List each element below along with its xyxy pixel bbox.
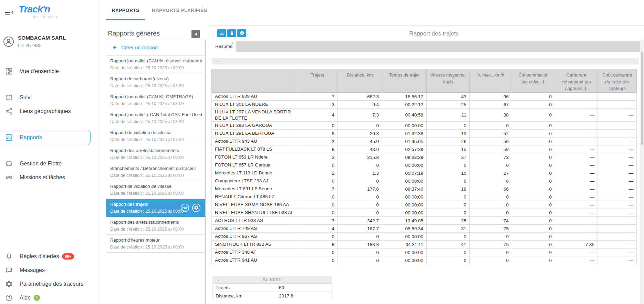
sidebar-item-label: Missions et tâches bbox=[20, 174, 65, 181]
tab-rapports[interactable]: RAPPORTS bbox=[106, 8, 145, 13]
sidebar-item-label: Suivi bbox=[20, 94, 32, 101]
column-header bbox=[212, 69, 297, 93]
sidebar-item-help[interactable]: Aide 1 bbox=[0, 291, 98, 304]
value-cell: 0 bbox=[512, 201, 555, 209]
sidebar-item-label: Aide bbox=[20, 295, 31, 301]
close-tab-icon[interactable]: × bbox=[231, 42, 233, 45]
value-cell: — bbox=[598, 130, 637, 138]
value-cell: 0 bbox=[427, 122, 470, 130]
value-cell: 0 bbox=[297, 201, 338, 209]
report-item-title: Rapport de carburant(niveau) bbox=[110, 76, 202, 81]
value-cell: 00:00:00 bbox=[382, 209, 427, 217]
create-report-button[interactable]: Créer un rapport bbox=[106, 40, 205, 55]
value-cell: 00:00:00 bbox=[382, 161, 427, 169]
scrollbar-thumb[interactable] bbox=[641, 52, 643, 145]
value-cell: 25 bbox=[427, 101, 470, 109]
value-cell: — bbox=[598, 201, 637, 209]
download-button[interactable] bbox=[217, 29, 226, 37]
report-list-item[interactable]: Rapport des arrêts/stationnements Date d… bbox=[106, 217, 205, 235]
value-cell: 9.4 bbox=[338, 101, 382, 109]
value-cell: 0 bbox=[297, 161, 338, 169]
value-cell: 6 bbox=[297, 145, 338, 153]
table-row: NIVELLEUSE XGMA NOSE 166 AA0000:00:00000… bbox=[212, 201, 637, 209]
value-cell: 00:00:00 bbox=[382, 233, 427, 241]
sidebar-item-tracking[interactable]: Suivi bbox=[0, 91, 98, 104]
sidebar-item-reports[interactable]: Rapports bbox=[0, 130, 91, 145]
value-cell: 74 bbox=[470, 217, 512, 225]
column-header: Carburant consommé par capteurs, L bbox=[555, 69, 598, 93]
vehicle-cell: Actros LTTR 943 AU bbox=[212, 138, 297, 145]
value-cell: 0 bbox=[512, 169, 555, 177]
value-cell: 27 bbox=[470, 169, 512, 177]
value-cell: 31 bbox=[427, 225, 470, 233]
table-row: FIAT FULLBACK LT 078 LS643.602:57:391559… bbox=[212, 145, 637, 153]
sidebar-item-overview[interactable]: Vue d'ensemble bbox=[0, 64, 98, 78]
topbar-divider bbox=[207, 25, 644, 26]
report-list-item[interactable]: Rapport de violation de vitesse Date de … bbox=[106, 181, 205, 199]
print-button[interactable] bbox=[237, 29, 246, 37]
report-list-item[interactable]: Branchements / Débranchement du traceur … bbox=[106, 163, 205, 181]
sidebar-item-tracker-settings[interactable]: Paramétrage des traceurs bbox=[0, 277, 98, 291]
value-cell: 0 bbox=[470, 201, 512, 209]
value-cell: 73 bbox=[470, 153, 512, 161]
report-list-item[interactable]: Rapport des trajets Date de création : 2… bbox=[106, 199, 205, 217]
value-cell: — bbox=[598, 122, 637, 130]
pdf-button[interactable]: PDF bbox=[180, 203, 189, 212]
value-cell: 0 bbox=[338, 161, 382, 169]
value-cell: — bbox=[555, 138, 598, 145]
value-cell: — bbox=[555, 122, 598, 130]
value-cell: 0 bbox=[470, 249, 512, 256]
collapse-toggle-totals[interactable]: Au total : bbox=[212, 276, 332, 283]
report-list-item[interactable]: Rapport de violation de vitesse Date de … bbox=[106, 127, 205, 145]
report-item-date: Date de création : 25.10.2025 at 00:00 bbox=[110, 155, 202, 160]
value-cell: 0 bbox=[427, 193, 470, 201]
value-cell: — bbox=[598, 177, 637, 185]
value-cell: 67 bbox=[470, 101, 512, 109]
report-list-item[interactable]: Rapport de carburant(niveau) Date de cré… bbox=[106, 73, 205, 91]
value-cell: 59 bbox=[470, 145, 512, 153]
vehicle-cell: HILUX LT 293 LA GAROUA bbox=[212, 122, 297, 130]
value-cell: 0 bbox=[512, 185, 555, 193]
sidebar-item-missions-tasks[interactable]: Missions et tâches bbox=[0, 171, 98, 184]
top-tabs: RAPPORTS RAPPORTS PLANIFIÉS bbox=[106, 0, 207, 20]
tab-rapports-planifies[interactable]: RAPPORTS PLANIFIÉS bbox=[152, 8, 207, 13]
table-row: Mercedes LT 113 LD Benne21.300:07:191027… bbox=[212, 169, 637, 177]
value-cell: — bbox=[555, 209, 598, 217]
chat-icon bbox=[5, 266, 13, 274]
report-item-title: Branchements / Débranchement du traceur bbox=[110, 166, 202, 171]
report-list-item[interactable]: Rapport journalier (CAN % réservoir carb… bbox=[106, 55, 205, 73]
value-cell: 315.8 bbox=[338, 153, 382, 161]
report-list: Créer un rapport Rapport journalier (CAN… bbox=[106, 40, 206, 304]
sidebar-item-label: Liens géographiques bbox=[20, 108, 71, 114]
report-settings-button[interactable] bbox=[192, 203, 201, 212]
totals-row: Distance, km2017.6 bbox=[213, 292, 332, 300]
tab-resume[interactable]: Résumé × bbox=[212, 41, 236, 52]
collapse-panel-button[interactable]: ◀ bbox=[191, 30, 200, 38]
sidebar-item-geo-links[interactable]: Liens géographiques bbox=[0, 104, 98, 118]
collapse-toggle-top[interactable] bbox=[212, 58, 639, 64]
value-cell: 9 bbox=[297, 130, 338, 138]
chevron-down-icon bbox=[215, 59, 220, 65]
table-row: HILUX LT 293 LA GAROUA0000:00:00000—— bbox=[212, 122, 637, 130]
value-cell: 0 bbox=[338, 177, 382, 185]
value-cell: 0 bbox=[427, 209, 470, 217]
value-cell: 0 bbox=[338, 201, 382, 209]
report-item-date: Date de création : 25.10.2025 at 08:00 bbox=[110, 83, 202, 88]
value-cell: — bbox=[598, 138, 637, 145]
value-cell: 13 bbox=[427, 130, 470, 138]
report-item-date: Date de création : 25.10.2025 at 08:00 bbox=[110, 101, 202, 106]
sidebar-item-fleet-management[interactable]: Gestion de Flotte bbox=[0, 157, 98, 171]
delete-button[interactable] bbox=[227, 29, 236, 37]
value-cell: 0 bbox=[512, 249, 555, 256]
sidebar-item-messages[interactable]: Messages bbox=[0, 263, 98, 277]
sidebar-item-alert-rules[interactable]: Règles d'alertes 99+ bbox=[0, 250, 98, 263]
value-cell: — bbox=[598, 169, 637, 177]
value-cell: 0 bbox=[512, 209, 555, 217]
report-list-item[interactable]: Rapport journalier ( CAN Total CAN Fuel … bbox=[106, 109, 205, 127]
report-list-item[interactable]: Rapport journalier (CAN KILOMÉTRAGE) Dat… bbox=[106, 91, 205, 109]
value-cell: — bbox=[555, 217, 598, 225]
value-cell: 0 bbox=[297, 177, 338, 185]
report-list-item[interactable]: Rapport d'heures moteur Date de création… bbox=[106, 235, 205, 253]
value-cell: — bbox=[555, 130, 598, 138]
report-list-item[interactable]: Rapport des arrêts/stationnements Date d… bbox=[106, 145, 205, 163]
